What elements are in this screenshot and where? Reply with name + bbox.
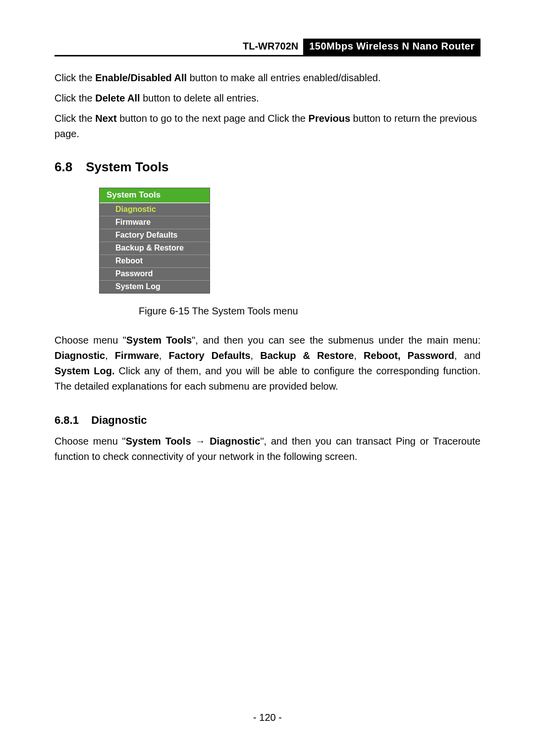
model-label: TL-WR702N	[238, 40, 303, 54]
intro-paragraphs: Click the Enable/Disabled All button to …	[54, 70, 481, 142]
menu-header: System Tools	[100, 188, 210, 203]
figure-caption: Figure 6-15 The System Tools menu	[139, 305, 481, 317]
menu-item-factory-defaults[interactable]: Factory Defaults	[100, 229, 210, 242]
choose-menu-paragraph: Choose menu "System Tools", and then you…	[54, 333, 481, 394]
model-desc: 150Mbps Wireless N Nano Router	[303, 39, 481, 55]
page-number: - 120 -	[0, 712, 535, 723]
intro-p2: Click the Delete All button to delete al…	[54, 91, 481, 106]
menu-item-password[interactable]: Password	[100, 267, 210, 280]
menu-item-firmware[interactable]: Firmware	[100, 216, 210, 229]
menu-item-reboot[interactable]: Reboot	[100, 254, 210, 267]
section-title: System Tools	[86, 159, 168, 174]
menu-item-diagnostic[interactable]: Diagnostic	[100, 203, 210, 216]
menu-item-system-log[interactable]: System Log	[100, 280, 210, 293]
section-number: 6.8	[54, 159, 82, 175]
sub-title: Diagnostic	[91, 414, 147, 426]
intro-p1: Click the Enable/Disabled All button to …	[54, 70, 481, 86]
diagnostic-paragraph: Choose menu "System Tools → Diagnostic",…	[54, 434, 481, 464]
subheading-6-8-1: 6.8.1 Diagnostic	[54, 414, 481, 427]
section-heading-6-8: 6.8 System Tools	[54, 159, 481, 175]
intro-p3: Click the Next button to go to the next …	[54, 111, 481, 142]
sub-number: 6.8.1	[54, 414, 88, 427]
system-tools-menu: System Tools Diagnostic Firmware Factory…	[99, 188, 210, 294]
menu-figure: System Tools Diagnostic Firmware Factory…	[99, 188, 481, 317]
doc-header: TL-WR702N 150Mbps Wireless N Nano Router	[54, 39, 481, 56]
menu-item-backup-restore[interactable]: Backup & Restore	[100, 242, 210, 254]
